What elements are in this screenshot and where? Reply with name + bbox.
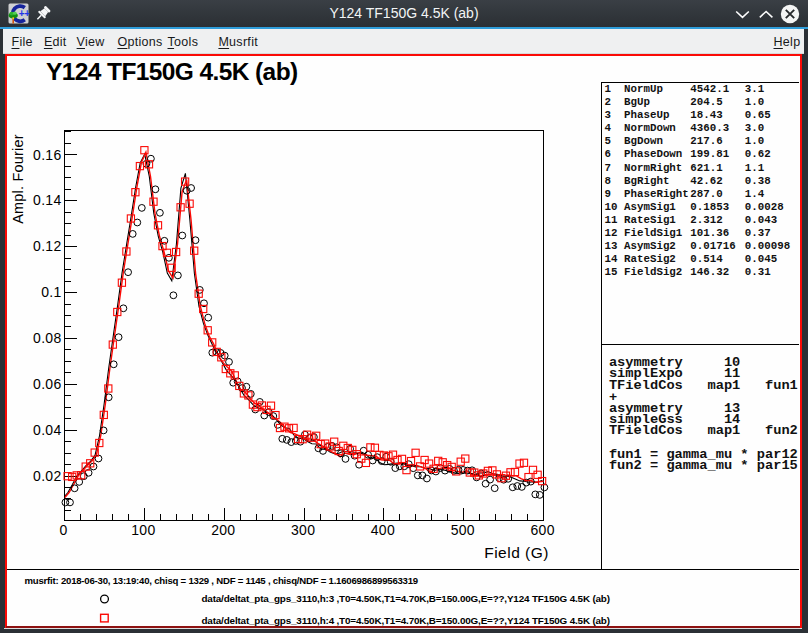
svg-text:0.12: 0.12: [33, 238, 61, 254]
svg-text:100: 100: [131, 522, 155, 538]
svg-text:0.14: 0.14: [33, 192, 61, 208]
svg-text:0: 0: [60, 522, 68, 538]
svg-text:Field (G): Field (G): [484, 544, 549, 561]
svg-text:0.1: 0.1: [41, 284, 61, 300]
svg-text:0.06: 0.06: [33, 376, 61, 392]
svg-text:Ampl. Fourier: Ampl. Fourier: [10, 134, 26, 224]
svg-text:600: 600: [530, 522, 554, 538]
svg-text:400: 400: [371, 522, 395, 538]
svg-text:0.04: 0.04: [33, 422, 61, 438]
svg-text:0.02: 0.02: [33, 468, 61, 484]
svg-text:0.16: 0.16: [33, 147, 61, 163]
svg-text:300: 300: [291, 522, 315, 538]
svg-text:200: 200: [211, 522, 235, 538]
svg-text:500: 500: [451, 522, 475, 538]
svg-text:0.08: 0.08: [33, 330, 61, 346]
